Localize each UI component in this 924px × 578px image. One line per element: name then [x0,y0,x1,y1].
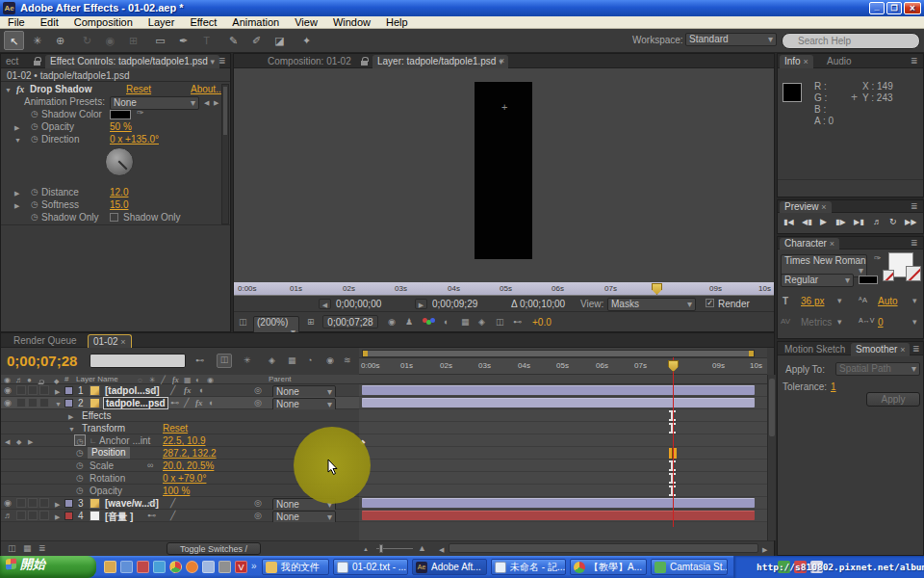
anchor-track[interactable] [359,434,767,447]
chevron-down-icon[interactable] [912,317,917,328]
effects-group-row[interactable]: Effects [1,409,359,422]
close-icon[interactable] [120,337,125,347]
pen-tool[interactable]: ✒ [173,31,193,50]
timeline-scrollbar[interactable] [767,375,776,540]
quicklaunch-folder-icon[interactable] [104,561,116,573]
layer-2-duration-bar[interactable] [362,398,755,407]
effect-name[interactable]: Drop Shadow [30,84,91,94]
layer-3-duration-bar[interactable] [362,498,755,508]
grid-guides-icon[interactable]: ⊞ [307,317,315,328]
in-point-icon[interactable] [319,299,331,309]
leading-value[interactable]: Auto [878,296,898,306]
scrollbar-thumb[interactable] [769,379,775,436]
comp-mini-flowchart-icon[interactable] [195,355,204,366]
resolution-icon[interactable] [444,317,449,328]
motion-blur-icon[interactable] [209,398,214,408]
close-icon[interactable] [821,202,826,212]
scrollbar[interactable] [221,84,229,224]
taskbar-button-untitled-notepad[interactable]: 未命名 - 記... [491,559,566,575]
quicklaunch-vlc-icon[interactable]: V [235,561,247,573]
minimize-button[interactable]: _ [869,2,885,14]
stopwatch-active[interactable] [74,434,86,446]
layer-1-track[interactable] [359,384,767,397]
workspace-dropdown[interactable]: Standard [685,33,777,46]
collapse-icon[interactable] [147,511,156,521]
transform-group-row[interactable]: Transform Reset [1,422,359,434]
taskbar-button-my-documents[interactable]: 我的文件 [262,559,329,575]
loop-button[interactable]: ↻ [889,217,897,226]
shadow-color-swatch[interactable] [110,110,131,119]
label-color-swatch[interactable] [64,386,73,395]
menu-layer[interactable]: Layer [141,16,183,29]
search-help-input[interactable] [782,33,920,49]
preview-tab[interactable]: Preview [780,201,832,213]
panel-menu-icon[interactable] [911,201,918,212]
taskbar-button-tutorial[interactable]: 【教學】A... [570,559,647,575]
quicklaunch-browser-icon[interactable] [202,561,215,573]
ram-preview-button[interactable]: ▶▶ [905,218,916,226]
zoom-in-icon[interactable] [418,543,426,554]
expand-layer-icon[interactable] [55,386,60,397]
scroll-right-icon[interactable] [762,544,767,555]
eraser-tool[interactable]: ◪ [270,31,290,50]
empty-track-area[interactable] [359,522,767,540]
opacity-value[interactable]: 100 % [163,486,190,496]
pixel-aspect-icon[interactable] [461,317,470,328]
position-track[interactable] [359,447,767,460]
transform-reset-link[interactable]: Reset [163,423,188,434]
region-of-interest-icon[interactable] [239,317,247,328]
opacity-value[interactable]: 50 % [110,121,132,132]
direction-dial[interactable] [105,147,134,176]
motion-sketch-tab[interactable]: Motion Sketch [780,343,850,356]
timeline-search-input[interactable] [90,354,186,368]
comp-timeline-tab[interactable]: 01-02 [88,334,132,348]
layer-row-1[interactable]: 1 [tadpol...sd] fx None [1,384,359,397]
collapse-transform-icon[interactable] [68,424,75,434]
empty-layer-area[interactable] [1,522,359,540]
rotation-track[interactable] [359,472,767,485]
playhead-marker[interactable] [652,283,662,295]
quality-icon[interactable] [184,398,189,408]
eye-icon[interactable] [4,498,12,509]
anchor-value[interactable]: 22.5, 10.9 [163,435,205,446]
direction-value[interactable]: 0 x +135.0° [110,134,159,144]
layer-row-2[interactable]: 2 tadpole...psd fx None [1,397,359,409]
first-frame-button[interactable]: ▮◀ [783,218,794,226]
brainstorm-icon[interactable] [307,355,312,366]
draft-3d-icon[interactable] [217,354,232,368]
layer-3-track[interactable] [359,497,767,510]
auto-keyframe-icon[interactable] [326,355,334,366]
comp-flowchart-icon[interactable] [513,317,522,328]
tolerance-value[interactable]: 1 [831,381,836,392]
layer-row-3[interactable]: 3 [wave/w...d] None [1,497,359,510]
panel-menu-icon[interactable] [218,56,226,66]
label-color-swatch[interactable] [64,399,73,407]
eyedropper-icon[interactable] [137,108,144,118]
scrollbar-thumb[interactable] [223,87,227,135]
expand-effects-icon[interactable] [68,411,73,422]
timeline-button-icon[interactable] [496,317,504,328]
zoom-tool[interactable]: ⊕ [50,31,70,50]
layer-4-audio-bar[interactable] [362,511,755,520]
brush-tool[interactable]: ✎ [223,31,244,50]
work-area-end-handle[interactable] [749,351,754,356]
stopwatch-icon[interactable] [76,486,84,496]
motion-blur-icon[interactable] [288,355,296,366]
apply-button[interactable]: Apply [866,392,920,407]
fx-icon[interactable]: fx [184,385,192,396]
current-timecode[interactable]: 0;00;07;28 [7,353,77,369]
close-icon[interactable] [830,239,834,249]
collapse-direction-icon[interactable] [14,135,21,145]
menu-view[interactable]: View [287,16,325,29]
stopwatch-icon[interactable] [76,473,84,484]
layer-4-track[interactable] [359,510,767,522]
next-frame-button[interactable]: ▮▶ [835,218,846,226]
chevron-down-icon[interactable] [211,57,216,66]
quicklaunch-firefox-icon[interactable] [186,561,198,573]
horizontal-scrollbar[interactable] [449,543,758,553]
menu-help[interactable]: Help [378,16,416,29]
stopwatch-icon[interactable] [31,134,38,144]
menu-animation[interactable]: Animation [224,16,287,29]
out-point-icon[interactable] [415,299,427,309]
lock-cell[interactable] [39,498,49,508]
